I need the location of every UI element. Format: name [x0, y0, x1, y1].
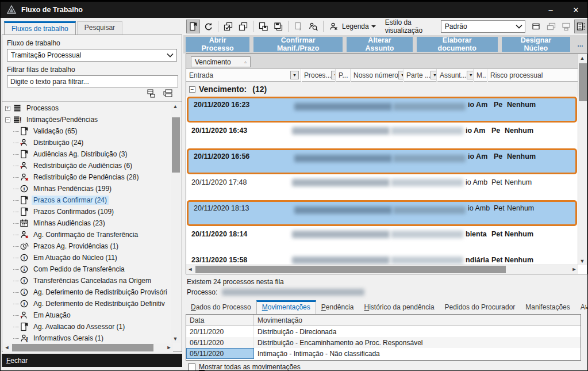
tabs-scroll-left-icon[interactable]: <	[586, 304, 588, 314]
tree-item[interactable]: iEm Atuação do Núcleo (11)	[3, 252, 172, 263]
tree-item[interactable]: Prazos Confirmados (109)	[3, 206, 172, 217]
column-header-parte-[interactable]: Parte ...▼	[403, 69, 437, 82]
filter-dropdown-icon[interactable]: ▼	[431, 71, 437, 79]
tree-item[interactable]: iCom Pedido de Transferência	[3, 263, 172, 275]
filter-dropdown-icon[interactable]: ▼	[331, 71, 336, 79]
close-button[interactable]: ✕	[563, 1, 588, 18]
movimentacao-row[interactable]: 06/11/2020Distribuição - Encaminhamento …	[186, 337, 581, 348]
collapse-node-icon[interactable]: −	[5, 117, 10, 123]
column-header-risco-processual[interactable]: Risco processual	[487, 69, 578, 82]
process-row[interactable]: 20/11/2020 18:14bientaPetNenhum	[186, 226, 578, 252]
tree-vertical-scrollbar[interactable]: ▲ ▼	[171, 102, 180, 343]
detail-tab-pendência[interactable]: Pendência	[316, 301, 359, 314]
tree-item[interactable]: Minhas Audiências (23)	[3, 217, 172, 229]
action-button-confirmar-manif-prazo[interactable]: Confirmar Manif./Prazo	[253, 37, 343, 52]
workflow-select[interactable]: Tramitação Processual	[7, 49, 177, 62]
detail-tab-pedidos-do-procurador[interactable]: Pedidos do Procurador	[440, 301, 521, 314]
tree-item-label: Informativos Gerais (1)	[32, 334, 105, 343]
action-button-abrir-processo[interactable]: Abrir Processo	[186, 37, 249, 52]
process-row[interactable]: 23/11/2020 15:58ndiáriaPetNenhum	[186, 252, 578, 265]
process-row[interactable]: 20/11/2020 16:43io AmPeNenhum	[186, 123, 578, 148]
tree-item[interactable]: Audiências Ag. Distribuição (3)	[3, 148, 172, 160]
movimentacao-row[interactable]: 05/11/2020Intimação - Intimação - Não cl…	[186, 348, 581, 359]
legend-dropdown[interactable]: Legenda	[342, 22, 376, 30]
action-button-alterar-assunto[interactable]: Alterar Assunto	[347, 37, 413, 52]
collapse-group-icon[interactable]: −	[189, 86, 195, 93]
fechar-button[interactable]: Fechar	[2, 354, 182, 367]
minimize-button[interactable]: –	[538, 1, 563, 18]
tree-item[interactable]: Prazos a Confirmar (24)	[3, 194, 172, 206]
queue-doc-icon[interactable]	[186, 20, 200, 33]
tree-item[interactable]: iAg. Deferimento de Redistribuição Provi…	[3, 286, 172, 298]
process-row[interactable]: 20/11/2020 17:48io AmbPetNenhum	[186, 174, 578, 200]
column-header-nosso-número[interactable]: Nosso número▼	[351, 69, 403, 82]
tree-item[interactable]: iTransferências Canceladas na Origem	[3, 275, 172, 286]
tree-item[interactable]: Prazos Ag. Providências (1)	[3, 240, 172, 252]
column-header-assunt-[interactable]: Assunt...▼	[437, 69, 474, 82]
collapse-all-icon[interactable]	[162, 89, 174, 99]
confirm-doc-icon[interactable]	[221, 20, 235, 33]
tree-item[interactable]: −!Intimações/Pendências	[3, 114, 172, 125]
filter-dropdown-icon[interactable]: ▼	[290, 71, 299, 79]
detail-tab-histórico-da-pendência[interactable]: Histórico da pendência	[359, 301, 440, 314]
sort-ascending-icon: ▵	[244, 59, 247, 64]
show-all-checkbox[interactable]	[188, 364, 195, 371]
detail-tab-movimentações[interactable]: Movimentações	[256, 300, 316, 314]
grid-vertical-scrollbar[interactable]: ▲ ▼	[578, 54, 587, 265]
process-row[interactable]: 20/11/2020 16:56io AmPeNenhum	[187, 148, 577, 174]
tree-item-label: Minhas Pendências (199)	[32, 184, 113, 193]
tree-item[interactable]: Redistribuição de Audiências (6)	[3, 160, 172, 171]
column-header-entrada[interactable]: Entrada▼	[186, 69, 301, 82]
group-by-chip-vencimento[interactable]: Vencimento ▵	[191, 56, 251, 67]
column-header-proces-[interactable]: Proces...▼	[301, 69, 336, 82]
movimentacao-row[interactable]: 20/11/2020Distribuição - Direcionada	[186, 326, 581, 337]
refresh-icon[interactable]	[201, 20, 215, 33]
more-actions-button[interactable]: ...	[574, 37, 586, 51]
tree-horizontal-scrollbar[interactable]: ◄ ►	[3, 343, 173, 352]
layout-single-icon[interactable]	[529, 20, 543, 33]
clock-arrow-icon	[20, 242, 29, 251]
action-button-elaborar-documento[interactable]: Elaborar documento	[417, 37, 498, 52]
style-select[interactable]: Padrão	[441, 20, 525, 33]
tree-item-label: Em Atuação do Núcleo (11)	[32, 253, 119, 262]
person-down-icon	[20, 161, 29, 170]
tab-fluxos-de-trabalho[interactable]: Fluxos de trabalho	[4, 21, 76, 35]
detail-tab-manifestações[interactable]: Manifestações	[520, 301, 575, 314]
filter-dropdown-icon[interactable]: ▼	[467, 71, 474, 79]
tree-item[interactable]: Em Atuação	[3, 309, 172, 321]
doc-flag-icon	[20, 207, 29, 216]
redacted-party	[391, 257, 463, 264]
workflow-tree: +Processos−!Intimações/PendênciasValidaç…	[3, 102, 172, 343]
legend-user-icon[interactable]	[326, 20, 340, 33]
grid-horizontal-scrollbar[interactable]: ◄ ►	[186, 265, 578, 274]
copy-save-icon[interactable]	[256, 20, 270, 33]
tree-item[interactable]: !Informativos Gerais (1)	[3, 332, 172, 343]
tree-item[interactable]: Ag. Avaliacao do Assessor (1)	[3, 321, 172, 332]
tree-item[interactable]: iAg. Deferimento de Redistribuição Defin…	[3, 298, 172, 309]
tree-item[interactable]: Redistribuição de Pendências (28)	[3, 171, 172, 183]
search-user-icon[interactable]	[306, 20, 320, 33]
tree-item[interactable]: iMinhas Pendências (199)	[3, 183, 172, 194]
column-header-p-[interactable]: P...	[336, 69, 351, 82]
layout-detail-icon[interactable]	[574, 20, 588, 33]
action-button-designar-n-cleo[interactable]: Designar Núcleo	[502, 37, 571, 52]
tree-item[interactable]: Validação (65)	[3, 125, 172, 137]
process-row[interactable]: 20/11/2020 18:13io AmbPetNenhum	[187, 200, 577, 226]
save-doc-icon[interactable]	[271, 20, 285, 33]
tree-item[interactable]: +Processos	[3, 102, 172, 114]
expand-all-icon[interactable]	[146, 89, 157, 99]
data-cell: 06/11/2020	[186, 337, 254, 348]
copy-icon[interactable]	[236, 20, 250, 33]
redacted-process-number	[292, 231, 390, 238]
expand-node-icon[interactable]: +	[5, 106, 10, 111]
group-title: Vencimento:	[199, 85, 247, 94]
process-row[interactable]: 20/11/2020 16:23io AmPeNenhum	[187, 97, 577, 123]
filter-dropdown-icon[interactable]: ▼	[398, 71, 403, 79]
tree-item[interactable]: Distribuição (24)	[3, 137, 172, 148]
tree-item[interactable]: Ag. Confirmação de Transferência	[3, 229, 172, 240]
detail-tab-dados-do-processo[interactable]: Dados do Processo	[186, 301, 256, 314]
column-header-m-[interactable]: M..	[474, 69, 487, 82]
doc-forward-icon	[291, 20, 305, 33]
tab-pesquisar[interactable]: Pesquisar	[77, 21, 122, 35]
detail-tab-atividades[interactable]: Atividades	[575, 301, 586, 314]
